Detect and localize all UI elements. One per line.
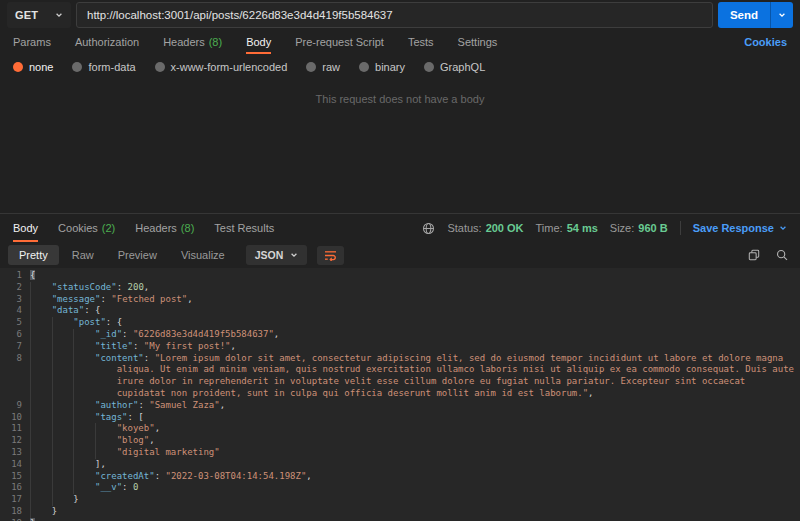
body-type-radio-none[interactable]: none (13, 61, 53, 73)
radio-dot-icon (424, 62, 434, 72)
send-button[interactable]: Send (718, 2, 793, 28)
code-text: "tags": [ (30, 412, 796, 424)
indent-guide (52, 459, 53, 471)
size-badge: Size: 960 B (610, 222, 668, 234)
indent-guide (30, 329, 31, 341)
code-line: 18} (0, 506, 796, 518)
viewer-actions (748, 249, 792, 261)
code-line: 10"tags": [ (0, 412, 796, 424)
code-line: 8"content": "Lorem ipsum dolor sit amet,… (0, 353, 796, 400)
tab-label: Headers (135, 222, 177, 234)
copy-icon[interactable] (748, 249, 760, 261)
chevron-down-icon (290, 251, 298, 259)
line-number: 4 (0, 305, 22, 317)
line-number: 6 (0, 329, 22, 341)
view-tab-visualize[interactable]: Visualize (170, 245, 236, 265)
indent-guide (52, 341, 53, 353)
code-line: 12"blog", (0, 435, 796, 447)
code-line: 2"statusCode": 200, (0, 282, 796, 294)
code-text: "statusCode": 200, (30, 282, 796, 294)
line-number: 2 (0, 282, 22, 294)
body-type-options: noneform-datax-www-form-urlencodedrawbin… (0, 54, 800, 80)
request-tabs: ParamsAuthorizationHeaders(8)BodyPre-req… (0, 30, 800, 54)
code-text: "_id": "6226d83e3d4d419f5b584637", (30, 329, 796, 341)
indent-guide (30, 341, 31, 353)
line-number: 8 (0, 353, 22, 400)
radio-label: none (29, 61, 53, 73)
view-tab-pretty[interactable]: Pretty (8, 245, 59, 265)
response-tab-test-results[interactable]: Test Results (214, 214, 274, 242)
line-number: 3 (0, 294, 22, 306)
request-tab-pre-request-script[interactable]: Pre-request Script (295, 30, 384, 54)
indent-guide (52, 423, 53, 435)
code-text: "title": "My first post!", (30, 341, 796, 353)
wrap-text-toggle[interactable] (317, 246, 344, 265)
line-number: 12 (0, 435, 22, 447)
code-line: 1{ (0, 270, 796, 282)
line-number: 10 (0, 412, 22, 424)
indent-guide (73, 353, 74, 400)
tab-label: Test Results (214, 222, 274, 234)
tab-label: Cookies (58, 222, 98, 234)
format-dropdown[interactable]: JSON (246, 245, 308, 265)
response-body-viewer[interactable]: 1{2"statusCode": 200,3"message": "Fetche… (0, 268, 800, 521)
view-tab-preview[interactable]: Preview (107, 245, 168, 265)
indent-guide (52, 329, 53, 341)
request-tab-tests[interactable]: Tests (408, 30, 434, 54)
empty-body-message: This request does not have a body (0, 80, 800, 213)
method-selector[interactable]: GET (7, 2, 71, 28)
status-badge: Status: 200 OK (447, 222, 523, 234)
response-toolbar: PrettyRawPreviewVisualize JSON (0, 242, 800, 268)
divider (680, 221, 681, 235)
view-tab-raw[interactable]: Raw (61, 245, 105, 265)
indent-guide (73, 459, 74, 471)
code-line: 14], (0, 459, 796, 471)
postman-window: GET Send ParamsAuthorizationHeaders(8)Bo… (0, 0, 800, 521)
network-globe-icon[interactable] (422, 222, 435, 235)
size-value: 960 B (638, 222, 667, 234)
request-tab-authorization[interactable]: Authorization (75, 30, 139, 54)
search-icon[interactable] (776, 249, 788, 261)
indent-guide (95, 423, 96, 435)
response-tab-body[interactable]: Body (13, 214, 38, 242)
body-type-radio-raw[interactable]: raw (306, 61, 340, 73)
tab-label: Authorization (75, 36, 139, 48)
body-type-radio-x-www-form-urlencoded[interactable]: x-www-form-urlencoded (155, 61, 288, 73)
indent-guide (30, 506, 31, 518)
send-button-label: Send (718, 2, 770, 28)
chevron-down-icon (779, 224, 787, 232)
cookies-link[interactable]: Cookies (744, 36, 787, 48)
code-text: "post": { (30, 317, 796, 329)
indent-guide (30, 447, 31, 459)
body-type-radio-binary[interactable]: binary (359, 61, 405, 73)
indent-guide (30, 482, 31, 494)
url-input[interactable] (76, 2, 713, 28)
wrap-text-icon (324, 250, 337, 261)
tab-count-badge: (8) (181, 222, 194, 234)
radio-dot-icon (155, 62, 165, 72)
body-type-radio-form-data[interactable]: form-data (72, 61, 135, 73)
code-text: "createdAt": "2022-03-08T04:14:54.198Z", (30, 471, 796, 483)
indent-guide (52, 471, 53, 483)
request-tab-body[interactable]: Body (246, 30, 271, 54)
save-response-button[interactable]: Save Response (693, 222, 787, 234)
radio-label: binary (375, 61, 405, 73)
tab-label: Body (246, 36, 271, 48)
response-tab-cookies[interactable]: Cookies(2) (58, 214, 115, 242)
response-tab-headers[interactable]: Headers(8) (135, 214, 194, 242)
request-tab-params[interactable]: Params (13, 30, 51, 54)
indent-guide (30, 471, 31, 483)
radio-dot-icon (306, 62, 316, 72)
body-type-radio-graphql[interactable]: GraphQL (424, 61, 485, 73)
request-tab-settings[interactable]: Settings (458, 30, 498, 54)
send-options-caret[interactable] (770, 2, 793, 28)
code-line: 15"createdAt": "2022-03-08T04:14:54.198Z… (0, 471, 796, 483)
request-tab-headers[interactable]: Headers(8) (163, 30, 222, 54)
tab-count-badge: (8) (209, 36, 222, 48)
indent-guide (73, 471, 74, 483)
line-number: 14 (0, 459, 22, 471)
indent-guide (73, 412, 74, 424)
line-number: 9 (0, 400, 22, 412)
line-number: 16 (0, 482, 22, 494)
indent-guide (52, 447, 53, 459)
